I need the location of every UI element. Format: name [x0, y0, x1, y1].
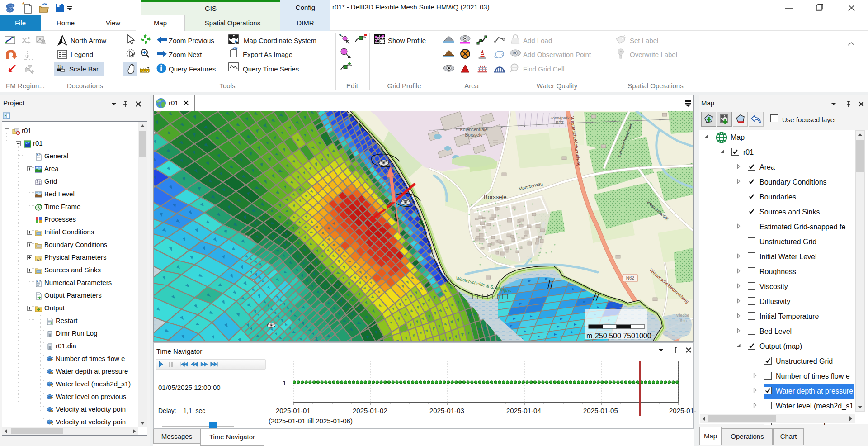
svg-text:Kolencentrale: Kolencentrale	[460, 127, 488, 132]
svg-text:EPZ: EPZ	[556, 120, 564, 125]
svg-text:N62: N62	[626, 275, 635, 280]
svg-text:Zonnepark: Zonnepark	[550, 116, 570, 120]
svg-text:m: m	[586, 332, 592, 340]
svg-text:Borssele: Borssele	[465, 133, 483, 138]
svg-text:Borssele: Borssele	[484, 194, 507, 200]
svg-text:15: 15	[57, 64, 63, 69]
svg-text:250 500 7501000: 250 500 7501000	[595, 332, 651, 340]
svg-text:vliedbe: vliedbe	[676, 313, 689, 318]
svg-text:6 m: 6 m	[680, 318, 687, 323]
